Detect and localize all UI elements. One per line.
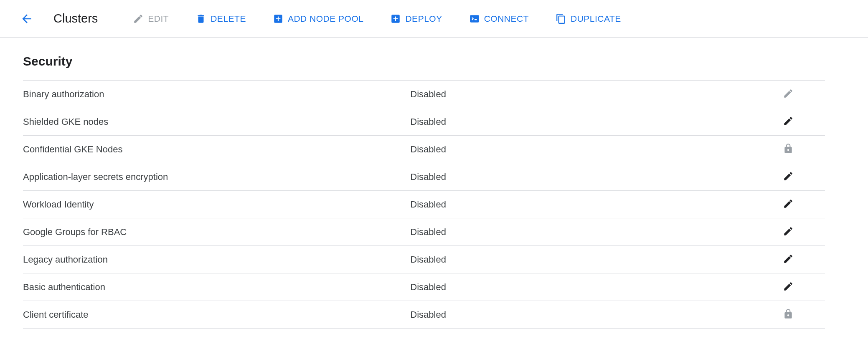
connect-button-label: CONNECT xyxy=(484,14,529,24)
edit-button[interactable]: EDIT xyxy=(131,10,170,28)
arrow-left-icon xyxy=(20,12,33,25)
table-row: Basic authenticationDisabled xyxy=(23,273,825,301)
add-node-pool-button-label: ADD NODE POOL xyxy=(288,14,364,24)
table-row: Workload IdentityDisabled xyxy=(23,191,825,218)
back-button[interactable] xyxy=(17,9,37,29)
copy-icon xyxy=(556,13,566,24)
table-row: Application-layer secrets encryptionDisa… xyxy=(23,163,825,191)
table-row: Legacy authorizationDisabled xyxy=(23,246,825,273)
setting-label: Basic authentication xyxy=(23,273,410,301)
edit-setting-button[interactable] xyxy=(782,252,795,266)
edit-setting-button[interactable] xyxy=(782,114,795,128)
setting-value: Disabled xyxy=(410,218,781,246)
setting-value: Disabled xyxy=(410,108,781,136)
trash-icon xyxy=(195,13,206,24)
terminal-icon xyxy=(469,13,480,24)
edit-setting-button[interactable] xyxy=(782,87,795,100)
add-node-pool-button[interactable]: ADD NODE POOL xyxy=(271,10,365,28)
setting-label: Legacy authorization xyxy=(23,246,410,273)
table-row: Confidential GKE NodesDisabled xyxy=(23,136,825,163)
security-settings-table: Binary authorizationDisabledShielded GKE… xyxy=(23,80,825,329)
duplicate-button[interactable]: DUPLICATE xyxy=(554,10,623,28)
table-row: Client certificateDisabled xyxy=(23,301,825,329)
setting-value: Disabled xyxy=(410,301,781,329)
table-row: Google Groups for RBACDisabled xyxy=(23,218,825,246)
lock-icon xyxy=(782,307,795,321)
delete-button[interactable]: DELETE xyxy=(194,10,248,28)
section-title: Security xyxy=(23,54,845,68)
edit-setting-button[interactable] xyxy=(782,225,795,238)
page-title: Clusters xyxy=(53,12,98,25)
edit-button-label: EDIT xyxy=(148,14,169,24)
table-row: Binary authorizationDisabled xyxy=(23,81,825,108)
setting-label: Application-layer secrets encryption xyxy=(23,163,410,191)
lock-icon xyxy=(782,142,795,155)
setting-label: Google Groups for RBAC xyxy=(23,218,410,246)
setting-label: Shielded GKE nodes xyxy=(23,108,410,136)
setting-value: Disabled xyxy=(410,191,781,218)
edit-setting-button[interactable] xyxy=(782,169,795,183)
toolbar: Clusters EDIT DELETE ADD NODE POOL DEPLO… xyxy=(0,0,868,38)
setting-label: Client certificate xyxy=(23,301,410,329)
deploy-button-label: DEPLOY xyxy=(405,14,442,24)
toolbar-actions: EDIT DELETE ADD NODE POOL DEPLOY CONNECT xyxy=(131,10,622,28)
setting-label: Binary authorization xyxy=(23,81,410,108)
edit-setting-button[interactable] xyxy=(782,197,795,210)
setting-value: Disabled xyxy=(410,136,781,163)
deploy-button[interactable]: DEPLOY xyxy=(388,10,444,28)
delete-button-label: DELETE xyxy=(211,14,246,24)
setting-value: Disabled xyxy=(410,81,781,108)
duplicate-button-label: DUPLICATE xyxy=(571,14,621,24)
table-row: Shielded GKE nodesDisabled xyxy=(23,108,825,136)
setting-label: Confidential GKE Nodes xyxy=(23,136,410,163)
setting-value: Disabled xyxy=(410,273,781,301)
setting-value: Disabled xyxy=(410,246,781,273)
content: Security Binary authorizationDisabledShi… xyxy=(0,38,868,344)
setting-value: Disabled xyxy=(410,163,781,191)
setting-label: Workload Identity xyxy=(23,191,410,218)
connect-button[interactable]: CONNECT xyxy=(467,10,530,28)
plus-box-icon xyxy=(390,13,401,24)
plus-box-icon xyxy=(273,13,284,24)
edit-setting-button[interactable] xyxy=(782,280,795,293)
pencil-icon xyxy=(133,13,144,24)
